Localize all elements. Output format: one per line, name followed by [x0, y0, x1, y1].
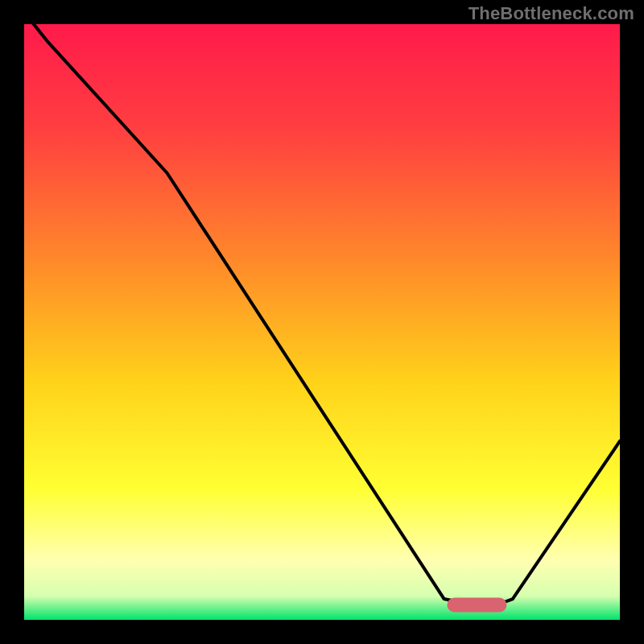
bottleneck-chart: [24, 24, 620, 620]
optimal-marker: [447, 598, 506, 613]
watermark-text: TheBottleneck.com: [469, 3, 634, 24]
chart-frame: TheBottleneck.com: [0, 0, 644, 644]
